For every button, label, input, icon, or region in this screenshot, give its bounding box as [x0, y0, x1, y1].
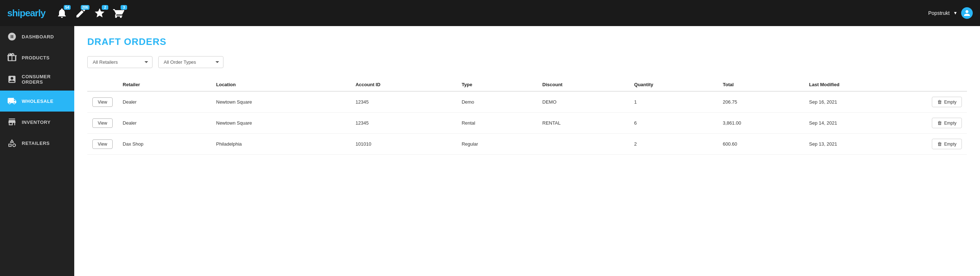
cell-location-1: Newtown Square [211, 113, 350, 134]
sidebar-item-wholesale[interactable]: WHOLESALE [0, 91, 74, 112]
view-button-1[interactable]: View [92, 118, 113, 128]
col-header-total: Total [718, 78, 804, 91]
sidebar-item-dashboard-label: DASHBOARD [22, 34, 54, 40]
nav-right: Popstrukt ▼ [928, 7, 973, 19]
col-header-discount: Discount [538, 78, 630, 91]
trash-icon: 🗑 [937, 141, 942, 147]
cell-quantity-1: 6 [629, 113, 718, 134]
cell-action-0: 🗑 Empty [927, 91, 967, 113]
cell-discount-2 [538, 134, 630, 155]
cell-type-1: Rental [457, 113, 538, 134]
cell-total-2: 600.60 [718, 134, 804, 155]
main-layout: DASHBOARD PRODUCTS CONSUMER ORDERS WHOLE… [0, 26, 980, 276]
sidebar-item-inventory[interactable]: INVENTORY [0, 112, 74, 132]
cart-badge: 3 [121, 5, 127, 10]
products-icon [7, 53, 17, 62]
empty-button-0[interactable]: 🗑 Empty [932, 97, 962, 107]
filters: All Retailers All Order Types [87, 56, 967, 68]
wholesale-icon [7, 96, 17, 106]
table-row: View Dealer Newtown Square 12345 Demo DE… [87, 91, 967, 113]
cell-quantity-0: 1 [629, 91, 718, 113]
trash-icon: 🗑 [937, 120, 942, 126]
user-icon [963, 10, 970, 17]
cell-discount-0: DEMO [538, 91, 630, 113]
cell-retailer-2: Dax Shop [118, 134, 211, 155]
cell-action-1: 🗑 Empty [927, 113, 967, 134]
cell-discount-1: RENTAL [538, 113, 630, 134]
sidebar-item-consumer-orders[interactable]: CONSUMER ORDERS [0, 68, 74, 91]
sidebar-item-products-label: PRODUCTS [22, 55, 49, 61]
cell-view-1: View [87, 113, 118, 134]
dropdown-arrow-icon[interactable]: ▼ [953, 11, 958, 16]
dashboard-icon [7, 32, 17, 41]
cell-modified-1: Sep 14, 2021 [804, 113, 927, 134]
sidebar-item-retailers-label: RETAILERS [22, 140, 49, 146]
view-button-0[interactable]: View [92, 97, 113, 107]
col-header-location: Location [211, 78, 350, 91]
logo-early: early [25, 8, 45, 19]
logo[interactable]: shipearly [7, 8, 45, 19]
sidebar-item-products[interactable]: PRODUCTS [0, 47, 74, 68]
notifications-icon-wrap[interactable]: 54 [56, 7, 68, 19]
star-badge: 2 [102, 5, 108, 10]
consumer-orders-icon [7, 75, 17, 84]
cell-type-0: Demo [457, 91, 538, 113]
col-header-retailer: Retailer [118, 78, 211, 91]
inventory-icon [7, 117, 17, 127]
retailers-filter[interactable]: All Retailers [87, 56, 153, 68]
cell-accountid-2: 101010 [350, 134, 457, 155]
col-header-modified: Last Modified [804, 78, 927, 91]
cell-accountid-1: 12345 [350, 113, 457, 134]
cell-view-2: View [87, 134, 118, 155]
cell-view-0: View [87, 91, 118, 113]
pen-icon-wrap[interactable]: 206 [75, 7, 87, 19]
sidebar-item-inventory-label: INVENTORY [22, 120, 51, 125]
avatar[interactable] [961, 7, 973, 19]
empty-button-1[interactable]: 🗑 Empty [932, 118, 962, 128]
retailers-icon [7, 138, 17, 148]
cell-total-0: 206.75 [718, 91, 804, 113]
cell-location-0: Newtown Square [211, 91, 350, 113]
main-content: DRAFT ORDERS All Retailers All Order Typ… [74, 26, 980, 276]
logo-ship: ship [7, 8, 25, 19]
cell-modified-2: Sep 13, 2021 [804, 134, 927, 155]
cell-accountid-0: 12345 [350, 91, 457, 113]
cell-type-2: Regular [457, 134, 538, 155]
cart-icon-wrap[interactable]: 3 [113, 7, 124, 19]
sidebar: DASHBOARD PRODUCTS CONSUMER ORDERS WHOLE… [0, 26, 74, 276]
cell-total-1: 3,861.00 [718, 113, 804, 134]
cell-retailer-0: Dealer [118, 91, 211, 113]
col-header-view [87, 78, 118, 91]
sidebar-item-dashboard[interactable]: DASHBOARD [0, 26, 74, 47]
table-row: View Dealer Newtown Square 12345 Rental … [87, 113, 967, 134]
table-body: View Dealer Newtown Square 12345 Demo DE… [87, 91, 967, 155]
col-header-accountid: Account ID [350, 78, 457, 91]
cell-quantity-2: 2 [629, 134, 718, 155]
cell-location-2: Philadelphia [211, 134, 350, 155]
view-button-2[interactable]: View [92, 139, 113, 149]
orders-table: Retailer Location Account ID Type Discou… [87, 78, 967, 155]
nav-icons: 54 206 2 3 [56, 7, 928, 19]
notifications-badge: 54 [64, 5, 71, 10]
sidebar-item-wholesale-label: WHOLESALE [22, 99, 54, 104]
pen-badge: 206 [81, 5, 90, 10]
sidebar-item-consumer-orders-label: CONSUMER ORDERS [22, 74, 67, 85]
col-header-quantity: Quantity [629, 78, 718, 91]
table-header: Retailer Location Account ID Type Discou… [87, 78, 967, 91]
trash-icon: 🗑 [937, 99, 942, 105]
star-icon-wrap[interactable]: 2 [94, 7, 105, 19]
sidebar-item-retailers[interactable]: RETAILERS [0, 132, 74, 153]
page-title: DRAFT ORDERS [87, 36, 967, 48]
empty-button-2[interactable]: 🗑 Empty [932, 139, 962, 149]
cell-action-2: 🗑 Empty [927, 134, 967, 155]
cell-modified-0: Sep 16, 2021 [804, 91, 927, 113]
order-types-filter[interactable]: All Order Types [158, 56, 223, 68]
topnav: shipearly 54 206 2 3 Popstrukt ▼ [0, 0, 980, 26]
col-header-action [927, 78, 967, 91]
cell-retailer-1: Dealer [118, 113, 211, 134]
table-row: View Dax Shop Philadelphia 101010 Regula… [87, 134, 967, 155]
col-header-type: Type [457, 78, 538, 91]
username: Popstrukt [928, 10, 950, 16]
